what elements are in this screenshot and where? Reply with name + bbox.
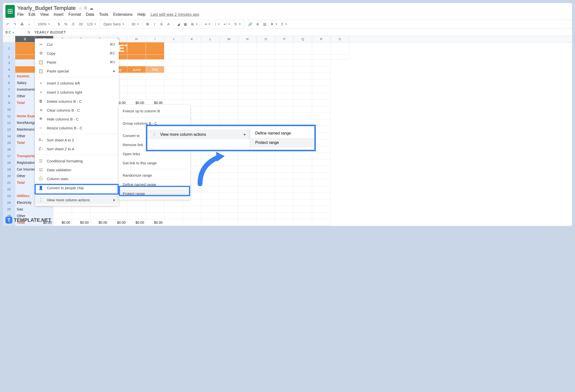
cell[interactable] bbox=[220, 66, 238, 73]
cell[interactable] bbox=[15, 60, 35, 66]
cell[interactable] bbox=[183, 199, 201, 206]
cell[interactable] bbox=[183, 60, 201, 66]
doc-title[interactable]: Yearly_Budget Template bbox=[17, 5, 76, 11]
cell[interactable] bbox=[275, 219, 294, 226]
cell[interactable] bbox=[238, 66, 257, 73]
cell-rent[interactable]: Rent/Mortgage bbox=[15, 120, 35, 126]
cell[interactable] bbox=[220, 113, 238, 120]
callout-define-named[interactable]: Define named range bbox=[250, 129, 314, 138]
cell[interactable] bbox=[275, 153, 294, 159]
cell[interactable] bbox=[164, 213, 183, 219]
cell-total[interactable]: Total bbox=[15, 179, 35, 186]
cell-value[interactable]: $0.00 bbox=[72, 219, 90, 226]
menu-file[interactable]: File bbox=[17, 12, 24, 17]
cell[interactable] bbox=[331, 42, 349, 55]
cell[interactable] bbox=[312, 106, 331, 113]
cell-july[interactable]: July bbox=[146, 66, 164, 73]
font-size-dropdown[interactable]: 30▼ bbox=[130, 22, 141, 26]
cell[interactable] bbox=[294, 206, 312, 213]
cell[interactable] bbox=[312, 173, 331, 179]
row-header[interactable]: 10 bbox=[3, 106, 15, 113]
cell[interactable] bbox=[238, 113, 257, 120]
cell[interactable] bbox=[238, 42, 257, 55]
cell[interactable] bbox=[294, 55, 312, 60]
submenu-get-link[interactable]: Get link to this range bbox=[119, 158, 190, 168]
cell[interactable] bbox=[257, 219, 275, 226]
cell[interactable] bbox=[312, 80, 331, 86]
cell[interactable] bbox=[294, 179, 312, 186]
cell-transportation[interactable]: Transportation: bbox=[15, 153, 35, 159]
cell[interactable] bbox=[294, 73, 312, 80]
cell[interactable] bbox=[183, 55, 201, 60]
cell[interactable] bbox=[257, 186, 275, 193]
row-header[interactable]: 17 bbox=[3, 153, 15, 159]
cell-investments[interactable]: Investments bbox=[15, 86, 35, 93]
cell-value[interactable]: $0.00 bbox=[127, 219, 146, 226]
cell[interactable] bbox=[257, 73, 275, 80]
cell[interactable] bbox=[183, 219, 201, 226]
cell[interactable] bbox=[201, 213, 220, 219]
cell[interactable] bbox=[257, 66, 275, 73]
cell[interactable] bbox=[238, 73, 257, 80]
cell[interactable] bbox=[220, 93, 238, 99]
bold-button[interactable]: B bbox=[144, 21, 150, 27]
ctx-hide[interactable]: 👁Hide columns B - C bbox=[35, 115, 119, 123]
ctx-delete[interactable]: 🗑Delete columns B - C bbox=[35, 97, 119, 106]
row-header[interactable]: 13 bbox=[3, 126, 15, 133]
cell[interactable] bbox=[294, 159, 312, 166]
cell[interactable] bbox=[201, 42, 220, 55]
cell[interactable] bbox=[257, 179, 275, 186]
cell[interactable] bbox=[127, 80, 146, 86]
cell[interactable] bbox=[275, 166, 294, 173]
cell[interactable] bbox=[201, 99, 220, 106]
cell[interactable] bbox=[257, 213, 275, 219]
cell[interactable] bbox=[201, 60, 220, 66]
cell[interactable] bbox=[257, 166, 275, 173]
col-header-p[interactable]: P bbox=[275, 36, 294, 42]
cell[interactable] bbox=[238, 159, 257, 166]
cell[interactable] bbox=[238, 60, 257, 66]
cell[interactable] bbox=[257, 55, 275, 60]
cell[interactable] bbox=[275, 199, 294, 206]
cell[interactable] bbox=[238, 219, 257, 226]
row-header[interactable]: 14 bbox=[3, 133, 15, 140]
row-header[interactable]: 2 bbox=[3, 55, 15, 60]
callout-protect[interactable]: Protect range bbox=[250, 138, 314, 147]
cell[interactable] bbox=[183, 80, 201, 86]
ctx-resize[interactable]: ↔Resize columns B - C bbox=[35, 123, 119, 132]
cell[interactable] bbox=[164, 80, 183, 86]
paint-format-button[interactable]: ⟐ bbox=[26, 21, 32, 27]
cell[interactable] bbox=[201, 199, 220, 206]
cell[interactable] bbox=[164, 55, 183, 60]
comment-button[interactable]: ⊕ bbox=[255, 21, 261, 27]
cell[interactable] bbox=[127, 93, 146, 99]
cell[interactable] bbox=[164, 66, 183, 73]
row-header[interactable]: 6 bbox=[3, 80, 15, 86]
cell-value[interactable]: $0.00 bbox=[90, 219, 109, 226]
cell[interactable] bbox=[294, 213, 312, 219]
cell[interactable] bbox=[164, 199, 183, 206]
cell[interactable] bbox=[275, 206, 294, 213]
cell[interactable] bbox=[201, 86, 220, 93]
cell[interactable] bbox=[257, 206, 275, 213]
menu-data[interactable]: Data bbox=[86, 12, 94, 17]
cell[interactable] bbox=[183, 206, 201, 213]
cell[interactable] bbox=[35, 206, 53, 213]
callout-view-more[interactable]: ⋮ View more column actions ▶ bbox=[147, 130, 250, 139]
cell[interactable] bbox=[312, 159, 331, 166]
cell[interactable] bbox=[220, 80, 238, 86]
cell[interactable] bbox=[257, 159, 275, 166]
cell[interactable] bbox=[127, 213, 146, 219]
cell[interactable] bbox=[15, 106, 35, 113]
menu-format[interactable]: Format bbox=[69, 12, 81, 17]
cell[interactable] bbox=[294, 173, 312, 179]
cell[interactable] bbox=[312, 153, 331, 159]
cell[interactable] bbox=[72, 213, 90, 219]
row-header[interactable]: 4 bbox=[3, 66, 15, 73]
cell[interactable] bbox=[294, 219, 312, 226]
cell[interactable] bbox=[294, 186, 312, 193]
cell[interactable] bbox=[294, 42, 312, 55]
filter-button[interactable]: ▼▼ bbox=[269, 22, 279, 26]
rotate-button[interactable]: ↻▼ bbox=[233, 22, 242, 26]
cell[interactable] bbox=[257, 99, 275, 106]
